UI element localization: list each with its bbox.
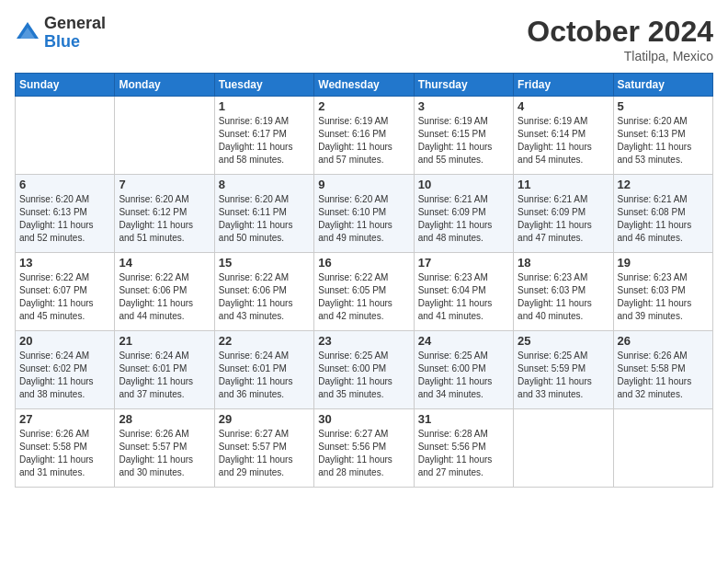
day-number: 14 [119, 256, 210, 270]
day-number: 25 [518, 334, 609, 348]
calendar-cell [115, 97, 214, 175]
day-number: 6 [19, 178, 110, 191]
calendar-day-header: Friday [514, 74, 613, 97]
day-number: 17 [418, 256, 509, 270]
day-info: Sunrise: 6:21 AMSunset: 6:09 PMDaylight:… [418, 193, 509, 245]
calendar-day-header: Monday [115, 74, 214, 97]
day-info: Sunrise: 6:24 AMSunset: 6:01 PMDaylight:… [119, 350, 210, 401]
logo-icon [15, 20, 40, 46]
calendar-cell: 8Sunrise: 6:20 AMSunset: 6:11 PMDaylight… [214, 175, 313, 253]
day-info: Sunrise: 6:26 AMSunset: 5:58 PMDaylight:… [19, 428, 110, 479]
day-number: 19 [618, 256, 709, 270]
calendar-cell: 1Sunrise: 6:19 AMSunset: 6:17 PMDaylight… [214, 97, 313, 175]
calendar-cell: 23Sunrise: 6:25 AMSunset: 6:00 PMDayligh… [314, 331, 414, 409]
calendar-week-row: 20Sunrise: 6:24 AMSunset: 6:02 PMDayligh… [16, 331, 713, 409]
day-info: Sunrise: 6:26 AMSunset: 5:57 PMDaylight:… [119, 428, 210, 479]
location-subtitle: Tlatilpa, Mexico [527, 49, 713, 63]
day-number: 4 [518, 99, 609, 113]
calendar-cell: 20Sunrise: 6:24 AMSunset: 6:02 PMDayligh… [16, 331, 115, 409]
day-info: Sunrise: 6:20 AMSunset: 6:12 PMDaylight:… [119, 193, 210, 245]
calendar-cell: 4Sunrise: 6:19 AMSunset: 6:14 PMDaylight… [514, 97, 613, 175]
day-number: 3 [418, 99, 509, 113]
calendar-cell [613, 409, 712, 488]
day-number: 24 [418, 334, 509, 348]
day-number: 28 [119, 412, 210, 426]
day-info: Sunrise: 6:24 AMSunset: 6:02 PMDaylight:… [19, 350, 110, 401]
day-number: 22 [219, 334, 310, 348]
day-info: Sunrise: 6:25 AMSunset: 6:00 PMDaylight:… [318, 350, 409, 401]
calendar-day-header: Saturday [613, 74, 712, 97]
day-number: 1 [219, 99, 310, 113]
calendar-day-header: Wednesday [314, 74, 414, 97]
calendar-week-row: 27Sunrise: 6:26 AMSunset: 5:58 PMDayligh… [16, 409, 713, 488]
day-number: 16 [318, 256, 409, 270]
calendar-week-row: 13Sunrise: 6:22 AMSunset: 6:07 PMDayligh… [16, 253, 713, 331]
day-number: 21 [119, 334, 210, 348]
day-info: Sunrise: 6:19 AMSunset: 6:14 PMDaylight:… [518, 115, 609, 167]
day-info: Sunrise: 6:19 AMSunset: 6:15 PMDaylight:… [418, 115, 509, 167]
logo: General Blue [15, 15, 106, 52]
day-info: Sunrise: 6:28 AMSunset: 5:56 PMDaylight:… [418, 428, 509, 479]
calendar-cell: 15Sunrise: 6:22 AMSunset: 6:06 PMDayligh… [214, 253, 313, 331]
day-number: 7 [119, 178, 210, 191]
month-year-title: October 2024 [527, 15, 713, 49]
day-number: 5 [618, 99, 709, 113]
calendar-cell: 2Sunrise: 6:19 AMSunset: 6:16 PMDaylight… [314, 97, 414, 175]
day-info: Sunrise: 6:26 AMSunset: 5:58 PMDaylight:… [618, 350, 709, 401]
calendar-cell: 17Sunrise: 6:23 AMSunset: 6:04 PMDayligh… [414, 253, 513, 331]
calendar-cell: 10Sunrise: 6:21 AMSunset: 6:09 PMDayligh… [414, 175, 513, 253]
calendar-table: SundayMondayTuesdayWednesdayThursdayFrid… [15, 73, 713, 488]
calendar-cell: 21Sunrise: 6:24 AMSunset: 6:01 PMDayligh… [115, 331, 214, 409]
calendar-cell: 16Sunrise: 6:22 AMSunset: 6:05 PMDayligh… [314, 253, 414, 331]
calendar-cell: 11Sunrise: 6:21 AMSunset: 6:09 PMDayligh… [514, 175, 613, 253]
day-info: Sunrise: 6:21 AMSunset: 6:09 PMDaylight:… [518, 193, 609, 245]
page-header: General Blue October 2024 Tlatilpa, Mexi… [15, 15, 713, 63]
calendar-cell: 6Sunrise: 6:20 AMSunset: 6:13 PMDaylight… [16, 175, 115, 253]
calendar-day-header: Thursday [414, 74, 513, 97]
day-info: Sunrise: 6:19 AMSunset: 6:16 PMDaylight:… [318, 115, 409, 167]
calendar-cell: 18Sunrise: 6:23 AMSunset: 6:03 PMDayligh… [514, 253, 613, 331]
calendar-cell: 3Sunrise: 6:19 AMSunset: 6:15 PMDaylight… [414, 97, 513, 175]
day-number: 11 [518, 178, 609, 191]
calendar-day-header: Sunday [16, 74, 115, 97]
calendar-cell: 25Sunrise: 6:25 AMSunset: 5:59 PMDayligh… [514, 331, 613, 409]
calendar-cell: 9Sunrise: 6:20 AMSunset: 6:10 PMDaylight… [314, 175, 414, 253]
calendar-cell: 12Sunrise: 6:21 AMSunset: 6:08 PMDayligh… [613, 175, 712, 253]
calendar-cell: 19Sunrise: 6:23 AMSunset: 6:03 PMDayligh… [613, 253, 712, 331]
logo-text: General Blue [44, 15, 106, 52]
calendar-cell: 27Sunrise: 6:26 AMSunset: 5:58 PMDayligh… [16, 409, 115, 488]
day-number: 13 [19, 256, 110, 270]
day-info: Sunrise: 6:20 AMSunset: 6:11 PMDaylight:… [219, 193, 310, 245]
calendar-cell: 14Sunrise: 6:22 AMSunset: 6:06 PMDayligh… [115, 253, 214, 331]
day-info: Sunrise: 6:27 AMSunset: 5:57 PMDaylight:… [219, 428, 310, 479]
day-info: Sunrise: 6:20 AMSunset: 6:13 PMDaylight:… [618, 115, 709, 167]
day-info: Sunrise: 6:22 AMSunset: 6:05 PMDaylight:… [318, 271, 409, 323]
day-info: Sunrise: 6:27 AMSunset: 5:56 PMDaylight:… [318, 428, 409, 479]
day-info: Sunrise: 6:20 AMSunset: 6:13 PMDaylight:… [19, 193, 110, 245]
day-info: Sunrise: 6:25 AMSunset: 6:00 PMDaylight:… [418, 350, 509, 401]
day-info: Sunrise: 6:22 AMSunset: 6:07 PMDaylight:… [19, 271, 110, 323]
calendar-cell: 31Sunrise: 6:28 AMSunset: 5:56 PMDayligh… [414, 409, 513, 488]
calendar-cell: 28Sunrise: 6:26 AMSunset: 5:57 PMDayligh… [115, 409, 214, 488]
day-number: 29 [219, 412, 310, 426]
calendar-cell: 13Sunrise: 6:22 AMSunset: 6:07 PMDayligh… [16, 253, 115, 331]
day-info: Sunrise: 6:23 AMSunset: 6:03 PMDaylight:… [518, 271, 609, 323]
day-number: 9 [318, 178, 409, 191]
day-number: 8 [219, 178, 310, 191]
day-number: 10 [418, 178, 509, 191]
day-info: Sunrise: 6:22 AMSunset: 6:06 PMDaylight:… [119, 271, 210, 323]
calendar-cell: 7Sunrise: 6:20 AMSunset: 6:12 PMDaylight… [115, 175, 214, 253]
day-number: 23 [318, 334, 409, 348]
day-info: Sunrise: 6:21 AMSunset: 6:08 PMDaylight:… [618, 193, 709, 245]
day-info: Sunrise: 6:23 AMSunset: 6:04 PMDaylight:… [418, 271, 509, 323]
day-info: Sunrise: 6:25 AMSunset: 5:59 PMDaylight:… [518, 350, 609, 401]
calendar-cell: 26Sunrise: 6:26 AMSunset: 5:58 PMDayligh… [613, 331, 712, 409]
day-number: 30 [318, 412, 409, 426]
calendar-cell: 29Sunrise: 6:27 AMSunset: 5:57 PMDayligh… [214, 409, 313, 488]
day-info: Sunrise: 6:19 AMSunset: 6:17 PMDaylight:… [219, 115, 310, 167]
calendar-week-row: 1Sunrise: 6:19 AMSunset: 6:17 PMDaylight… [16, 97, 713, 175]
calendar-cell: 24Sunrise: 6:25 AMSunset: 6:00 PMDayligh… [414, 331, 513, 409]
calendar-cell: 30Sunrise: 6:27 AMSunset: 5:56 PMDayligh… [314, 409, 414, 488]
calendar-cell [16, 97, 115, 175]
day-info: Sunrise: 6:20 AMSunset: 6:10 PMDaylight:… [318, 193, 409, 245]
